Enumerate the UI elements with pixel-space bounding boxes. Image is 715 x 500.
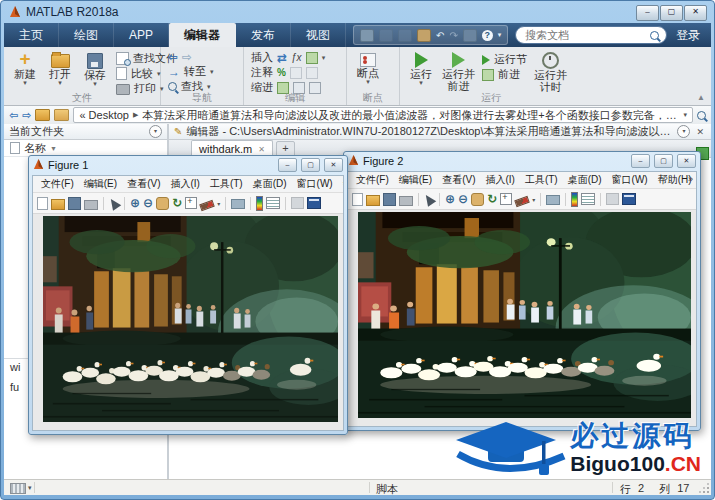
- open-file-icon[interactable]: [366, 195, 380, 206]
- insert-legend-icon[interactable]: [581, 193, 595, 205]
- figure-2-title-bar[interactable]: Figure 2 – ▢ ✕: [344, 152, 700, 169]
- cut-icon[interactable]: [379, 29, 393, 42]
- uncomment-icon[interactable]: [290, 67, 302, 79]
- save-figure-icon[interactable]: [383, 193, 396, 206]
- folder-up-icon[interactable]: [35, 109, 50, 121]
- ribbon-tab[interactable]: APP: [114, 23, 169, 47]
- rotate3d-tool-icon[interactable]: ↻: [487, 193, 497, 205]
- help-icon[interactable]: ?: [482, 30, 493, 41]
- insert-function-icon[interactable]: ƒx: [291, 52, 302, 63]
- data-cursor-icon[interactable]: [185, 197, 197, 209]
- hide-plot-tools-icon[interactable]: [291, 197, 304, 209]
- pan-tool-icon[interactable]: [156, 197, 169, 210]
- figure-1-window[interactable]: Figure 1 – ▢ ✕ 文件(F)编辑(E)查看(V)插入(I)工具(T)…: [28, 155, 348, 435]
- hide-plot-tools-icon[interactable]: [606, 193, 619, 205]
- breadcrumb-path[interactable]: 本算法采用暗通道算法和导向滤波以及改进的最小值滤波器，对图像进行去雾处理+各个函…: [142, 108, 679, 123]
- nav-forward-icon[interactable]: ⇨: [22, 108, 31, 122]
- copy-icon[interactable]: [398, 29, 412, 42]
- ribbon-tab[interactable]: 编辑器: [169, 23, 236, 47]
- file-item[interactable]: wi: [10, 361, 20, 373]
- link-plot-icon[interactable]: [546, 195, 560, 205]
- forward-arrow-icon[interactable]: ⇨: [182, 51, 192, 63]
- sign-in-link[interactable]: 登录: [676, 27, 700, 44]
- run-section-button[interactable]: 运行节: [482, 53, 527, 66]
- menu-item[interactable]: 文件(F): [36, 177, 79, 191]
- ribbon-tab[interactable]: 主页: [4, 23, 59, 47]
- menu-item[interactable]: 桌面(D): [248, 177, 292, 191]
- back-arrow-icon[interactable]: ⇦: [168, 51, 178, 63]
- rotate3d-tool-icon[interactable]: ↻: [172, 197, 182, 209]
- title-bar[interactable]: MATLAB R2018a – ▢ ✕: [1, 1, 714, 23]
- data-cursor-icon[interactable]: [500, 193, 512, 205]
- insert-colorbar-icon[interactable]: [256, 196, 263, 211]
- menu-item[interactable]: 窗口(W): [292, 177, 338, 191]
- ribbon-collapse-icon[interactable]: ▲: [697, 93, 705, 102]
- comment-label[interactable]: 注释: [251, 65, 273, 80]
- figure-minimize-button[interactable]: –: [631, 154, 650, 168]
- show-plot-tools-icon[interactable]: [307, 197, 321, 209]
- zoom-in-icon[interactable]: ⊕: [130, 197, 140, 209]
- brush-tool-icon[interactable]: [514, 195, 530, 206]
- breadcrumb-dropdown-icon[interactable]: ▾: [683, 111, 687, 119]
- maximize-button[interactable]: ▢: [660, 5, 683, 21]
- qat-dropdown-icon[interactable]: ▾: [498, 31, 502, 39]
- close-button[interactable]: ✕: [684, 5, 707, 21]
- browse-folder-icon[interactable]: [54, 109, 69, 121]
- new-figure-icon[interactable]: [352, 193, 363, 206]
- breakpoints-button[interactable]: 断点▾: [354, 50, 382, 93]
- redo-icon[interactable]: ↷: [449, 30, 457, 41]
- menu-item[interactable]: 工具(T): [520, 173, 563, 187]
- file-item[interactable]: fu: [10, 381, 19, 393]
- print-figure-icon[interactable]: [84, 200, 98, 210]
- wrap-comment-icon[interactable]: [306, 67, 318, 79]
- figure-2-window[interactable]: Figure 2 – ▢ ✕ 文件(F)编辑(E)查看(V)插入(I)工具(T)…: [343, 151, 701, 431]
- figure-maximize-button[interactable]: ▢: [301, 158, 320, 172]
- sort-icon[interactable]: ▼: [50, 145, 57, 152]
- search-icon[interactable]: [650, 31, 659, 40]
- brush-dropdown-icon[interactable]: ▾: [532, 196, 535, 203]
- pointer-tool-icon[interactable]: [422, 192, 437, 207]
- editor-close-icon[interactable]: ✕: [694, 127, 706, 137]
- minimize-button[interactable]: –: [636, 5, 659, 21]
- save-figure-icon[interactable]: [68, 197, 81, 210]
- menu-item[interactable]: 插入(I): [165, 177, 204, 191]
- menu-item[interactable]: 文件(F): [351, 173, 394, 187]
- open-button[interactable]: 打开▾: [46, 50, 74, 93]
- menu-item[interactable]: 查看(V): [122, 177, 165, 191]
- insert-image-icon[interactable]: [306, 52, 318, 64]
- comment-icon[interactable]: %: [277, 67, 286, 78]
- print-figure-icon[interactable]: [399, 196, 413, 206]
- menu-item[interactable]: 帮助(H): [338, 177, 343, 191]
- run-and-advance-button[interactable]: 运行并 前进: [442, 50, 475, 93]
- brush-tool-icon[interactable]: [199, 199, 215, 210]
- ribbon-tab[interactable]: 发布: [236, 23, 291, 47]
- menu-item[interactable]: 编辑(E): [394, 173, 437, 187]
- insert-section-icon[interactable]: ⇄: [277, 52, 287, 64]
- address-search-icon[interactable]: [697, 111, 706, 120]
- status-keyboard-icon[interactable]: [10, 483, 26, 494]
- figure-minimize-button[interactable]: –: [278, 158, 297, 172]
- menu-item[interactable]: 查看(V): [437, 173, 480, 187]
- save-icon[interactable]: [360, 29, 374, 42]
- insert-legend-icon[interactable]: [266, 197, 280, 209]
- breadcrumb-root[interactable]: « Desktop: [79, 109, 129, 121]
- figure-maximize-button[interactable]: ▢: [654, 154, 673, 168]
- zoom-out-icon[interactable]: ⊖: [143, 197, 153, 209]
- panel-menu-icon[interactable]: ▾: [149, 125, 162, 138]
- paste-icon[interactable]: [417, 29, 431, 42]
- link-plot-icon[interactable]: [231, 199, 245, 209]
- editor-menu-icon[interactable]: ▾: [677, 125, 690, 138]
- open-file-icon[interactable]: [51, 199, 65, 210]
- new-figure-icon[interactable]: [37, 197, 48, 210]
- menu-item[interactable]: 编辑(E): [79, 177, 122, 191]
- status-dropdown-icon[interactable]: ▾: [28, 484, 32, 492]
- menu-item[interactable]: 帮助(H): [653, 173, 696, 187]
- ribbon-tab[interactable]: 绘图: [59, 23, 114, 47]
- run-and-time-button[interactable]: 运行并 计时: [534, 50, 567, 93]
- figure-close-button[interactable]: ✕: [677, 154, 696, 168]
- ribbon-tab[interactable]: 视图: [291, 23, 346, 47]
- menu-item[interactable]: 桌面(D): [563, 173, 607, 187]
- advance-button[interactable]: 前进: [482, 68, 527, 81]
- search-input[interactable]: [523, 28, 645, 42]
- brush-dropdown-icon[interactable]: ▾: [217, 200, 220, 207]
